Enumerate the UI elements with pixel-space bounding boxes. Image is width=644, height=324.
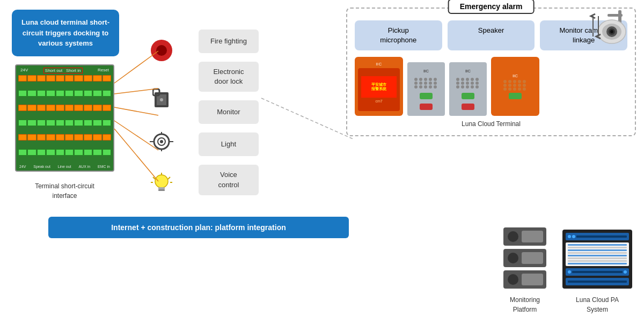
ptz-camera-svg <box>591 8 634 50</box>
pin <box>103 90 111 97</box>
monitor-label: Monitor <box>199 100 259 124</box>
terminal-label-line1: Terminal short-circuit <box>35 182 94 190</box>
terminal-bottom-labels: 24V Speak out Line out AUX in EMC in <box>18 165 111 168</box>
pickup-microphone-label: Pickupmicrophone <box>355 20 442 50</box>
pin <box>65 134 74 141</box>
pin <box>74 120 83 126</box>
callout-text: Luna cloud terminal short-circuit trigge… <box>21 18 109 47</box>
pin <box>37 120 46 126</box>
system-labels-column: Fire fighting Electronicdoor lock Monito… <box>199 30 259 195</box>
red-display: 平安城市报警系统 <box>361 76 397 98</box>
pin <box>46 105 55 111</box>
pin <box>74 134 83 141</box>
pin <box>18 120 27 126</box>
pin <box>27 75 36 82</box>
pin <box>46 75 55 82</box>
pin <box>18 134 27 141</box>
pin <box>93 120 101 126</box>
cam-lens-3 <box>508 274 518 285</box>
door-lock-icon <box>148 83 175 111</box>
fire-fighting-label: Fire fighting <box>199 30 259 53</box>
pin <box>56 120 64 126</box>
green-button-2 <box>462 93 474 99</box>
camera-unit-2 <box>503 249 546 267</box>
pin <box>46 134 55 141</box>
pin <box>18 90 27 97</box>
pin <box>84 75 92 82</box>
pin <box>37 149 46 156</box>
pin <box>103 105 111 111</box>
pin <box>93 105 101 111</box>
internet-bar-text: Internet + construction plan: platform i… <box>111 223 286 232</box>
gray-box-1: IIC <box>407 62 445 116</box>
diagram-container: Luna cloud terminal short-circuit trigge… <box>0 0 644 324</box>
camera-unit-1 <box>503 227 546 246</box>
pin <box>74 105 83 111</box>
pin <box>74 75 83 82</box>
pin <box>27 90 36 97</box>
itc-label-gray: IIC <box>423 69 429 73</box>
luna-cloud-pa-device: Luna Cloud PASystem <box>562 230 632 314</box>
rack-row-3 <box>566 278 629 285</box>
pin <box>74 90 83 97</box>
pin <box>93 149 101 156</box>
pin <box>84 105 92 111</box>
pin <box>37 134 46 141</box>
orange-box-inner: 平安城市报警系统 cm7 <box>358 68 400 111</box>
gray-terminal-2: IIC <box>449 62 487 116</box>
gray-terminal-1: IIC <box>407 62 445 116</box>
pin <box>37 90 46 97</box>
emergency-sub-labels: Pickupmicrophone Speaker Monitor cameral… <box>355 20 627 50</box>
cam-body-2 <box>522 252 543 264</box>
speaker-grid <box>414 78 438 89</box>
itc-label: IIC <box>376 62 382 67</box>
monitor-icon <box>148 128 175 156</box>
light-icon <box>148 170 175 197</box>
pin <box>37 75 46 82</box>
orange-box-2: IIC <box>491 57 539 116</box>
rack-row-2 <box>566 268 629 276</box>
gray-box-2: IIC <box>449 62 487 116</box>
svg-rect-32 <box>608 14 623 17</box>
pin <box>18 105 27 111</box>
terminal-pin-grid <box>18 75 111 163</box>
svg-line-25 <box>153 177 155 179</box>
rack-unit <box>562 230 632 289</box>
pin <box>27 105 36 111</box>
pin <box>84 149 92 156</box>
terminal-top-labels: 24V Short out Short in Reset <box>18 68 111 73</box>
pin <box>65 120 74 126</box>
pin <box>84 120 92 126</box>
pin <box>65 105 74 111</box>
luna-cloud-terminal-label: Luna Cloud Terminal <box>355 120 627 128</box>
orange-terminal-device: IIC 平安城市报警系统 cm7 <box>355 57 403 116</box>
pin <box>84 134 92 141</box>
svg-point-16 <box>160 140 163 143</box>
svg-line-26 <box>168 177 170 179</box>
light-label: Light <box>199 132 259 156</box>
pin <box>65 149 74 156</box>
svg-rect-23 <box>158 189 165 191</box>
svg-point-9 <box>156 45 167 56</box>
monitoring-section: MonitoringPlatform <box>503 227 632 314</box>
speaker-grid-2 <box>456 78 480 89</box>
speaker-label: Speaker <box>448 20 535 50</box>
svg-line-5 <box>261 98 354 139</box>
speaker-grid-3 <box>503 80 527 91</box>
pin <box>46 90 55 97</box>
cam-lens-2 <box>508 253 518 263</box>
pin <box>103 149 111 156</box>
itc-label-gray2: IIC <box>465 69 471 73</box>
luna-terminals: IIC 平安城市报警系统 cm7 IIC <box>355 57 627 116</box>
pin <box>65 75 74 82</box>
pin <box>27 134 36 141</box>
pin <box>27 149 36 156</box>
svg-point-37 <box>610 30 613 33</box>
green-btn-3 <box>509 93 522 99</box>
cam-body-3 <box>522 274 543 285</box>
pin <box>103 134 111 141</box>
pin <box>56 105 64 111</box>
pin <box>56 90 64 97</box>
red-button-2 <box>462 104 474 110</box>
bottom-text: cm7 <box>375 99 382 103</box>
